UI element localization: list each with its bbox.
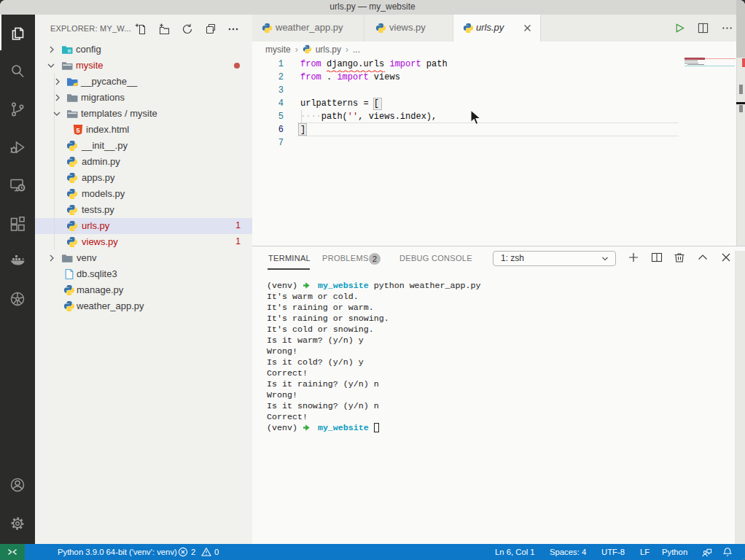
svg-text:5: 5: [76, 127, 79, 134]
